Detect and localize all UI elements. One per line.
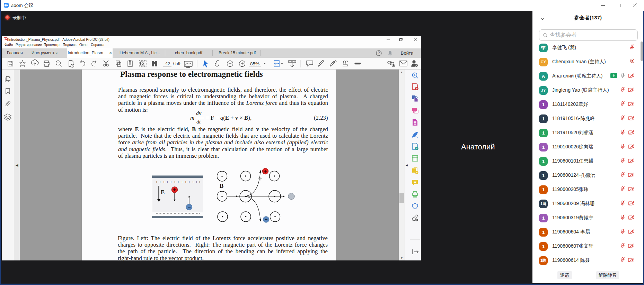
svg-text:/ 59: / 59 [173, 61, 180, 66]
svg-text:85%: 85% [250, 61, 259, 66]
svg-text:+: + [177, 180, 180, 185]
svg-text:+: + [192, 180, 194, 185]
svg-text:+: + [166, 180, 169, 185]
svg-text:B: B [220, 183, 223, 189]
svg-text:+: + [174, 180, 176, 185]
svg-text:+: + [185, 180, 187, 185]
svg-text:+: + [163, 180, 165, 185]
svg-text:+: + [159, 180, 161, 185]
svg-text:+: + [195, 180, 198, 185]
svg-text:+: + [188, 180, 191, 185]
svg-text:42: 42 [165, 61, 170, 66]
svg-text:+: + [199, 180, 201, 185]
svg-text:+: + [170, 180, 173, 185]
svg-text:?: ? [378, 51, 380, 55]
svg-text:+: + [156, 180, 158, 185]
svg-text:E: E [161, 189, 165, 195]
svg-text:+: + [181, 180, 183, 185]
